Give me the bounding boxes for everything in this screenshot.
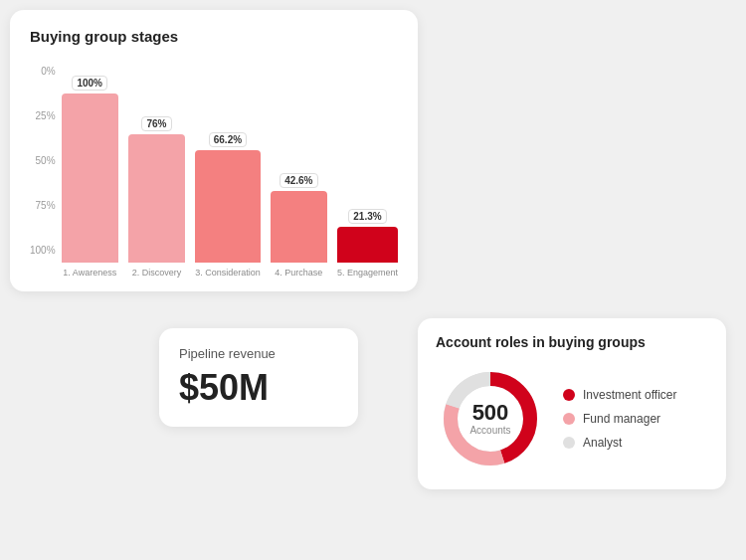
buying-group-stages-card: Buying group stages 100%75%50%25%0% 100%… xyxy=(10,10,418,291)
legend-item: Fund manager xyxy=(563,412,677,426)
bar-x-label: 5. Engagement xyxy=(337,268,398,278)
legend-label: Fund manager xyxy=(583,412,660,426)
bar-x-label: 4. Purchase xyxy=(275,268,322,278)
bar-x-label: 1. Awareness xyxy=(63,268,116,278)
y-axis: 100%75%50%25%0% xyxy=(30,67,56,256)
bar-group: 76%2. Discovery xyxy=(128,116,185,278)
bar-value-label: 100% xyxy=(72,76,107,91)
donut-sub: Accounts xyxy=(469,426,510,437)
bar-chart: 100%75%50%25%0% 100%1. Awareness76%2. Di… xyxy=(30,59,398,278)
y-axis-label: 50% xyxy=(30,156,56,166)
donut-number: 500 xyxy=(469,401,510,425)
pipeline-revenue-card: Pipeline revenue $50M xyxy=(159,328,358,427)
legend-dot xyxy=(563,437,575,449)
stages-card-title: Buying group stages xyxy=(30,28,398,45)
account-roles-card: Account roles in buying groups 500 Accou… xyxy=(418,318,726,489)
bar-group: 42.6%4. Purchase xyxy=(271,173,327,278)
donut-chart: 500 Accounts xyxy=(436,364,545,473)
y-axis-label: 25% xyxy=(30,111,56,121)
bar-group: 100%1. Awareness xyxy=(62,76,118,278)
legend-dot xyxy=(563,389,575,401)
legend-dot xyxy=(563,413,575,425)
bar-value-label: 76% xyxy=(141,116,171,131)
legend-item: Investment officer xyxy=(563,388,677,402)
pipeline-value: $50M xyxy=(179,367,338,409)
legend: Investment officerFund managerAnalyst xyxy=(563,388,677,450)
legend-label: Analyst xyxy=(583,436,622,450)
pipeline-label: Pipeline revenue xyxy=(179,346,338,361)
y-axis-label: 75% xyxy=(30,201,56,211)
bar-x-label: 3. Consideration xyxy=(195,268,261,278)
y-axis-label: 100% xyxy=(30,246,56,256)
legend-item: Analyst xyxy=(563,436,677,450)
bar-group: 21.3%5. Engagement xyxy=(337,209,398,278)
bar-value-label: 42.6% xyxy=(280,173,317,188)
legend-label: Investment officer xyxy=(583,388,677,402)
roles-content: 500 Accounts Investment officerFund mana… xyxy=(436,364,708,473)
y-axis-label: 0% xyxy=(30,67,56,77)
donut-center: 500 Accounts xyxy=(469,401,510,436)
bar xyxy=(337,227,398,263)
bar xyxy=(128,134,185,263)
bar-value-label: 66.2% xyxy=(209,132,247,147)
bar-x-label: 2. Discovery xyxy=(132,268,182,278)
bar-group: 66.2%3. Consideration xyxy=(195,132,261,278)
bar xyxy=(271,191,327,263)
bar xyxy=(195,150,261,263)
bars-container: 100%1. Awareness76%2. Discovery66.2%3. C… xyxy=(62,89,398,278)
bar xyxy=(62,93,118,263)
roles-card-title: Account roles in buying groups xyxy=(436,334,708,350)
bar-value-label: 21.3% xyxy=(348,209,386,224)
